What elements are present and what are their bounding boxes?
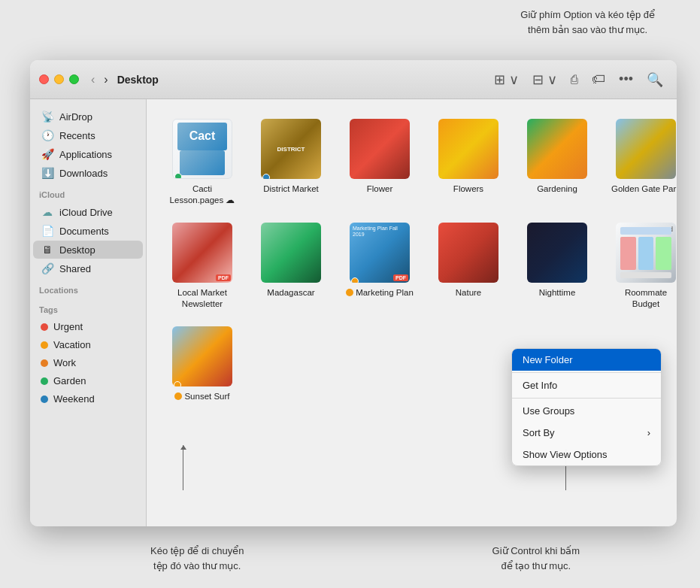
file-item-flowers[interactable]: Flowers xyxy=(428,114,509,211)
nav-buttons: ‹ › xyxy=(88,71,111,88)
context-menu-new-folder[interactable]: New Folder xyxy=(512,349,661,371)
file-item-flower[interactable]: Flower xyxy=(339,114,420,211)
share-button[interactable]: ⎙ xyxy=(566,68,583,90)
sidebar-item-airdrop[interactable]: 📡 AirDrop xyxy=(33,108,143,126)
file-item-nature[interactable]: Nature xyxy=(428,218,509,314)
file-item-madagascar[interactable]: Madagascar xyxy=(250,218,332,314)
nature-name: Nature xyxy=(456,287,482,299)
sidebar-label-documents: Documents xyxy=(59,226,109,237)
sidebar-item-downloads[interactable]: ⬇️ Downloads xyxy=(33,164,143,182)
file-item-cacti[interactable]: Cact CactiLesson.pages ☁ xyxy=(162,114,243,211)
title-bar: ‹ › Desktop ⊞ ∨ ⊟ ∨ ⎙ 🏷 ••• 🔍 xyxy=(30,60,677,99)
more-icon: ••• xyxy=(619,71,633,86)
search-button[interactable]: 🔍 xyxy=(642,68,668,91)
nature-thumb xyxy=(438,223,498,283)
sidebar-item-desktop[interactable]: 🖥 Desktop xyxy=(33,241,143,259)
sidebar-item-garden[interactable]: Garden xyxy=(33,372,143,389)
work-dot xyxy=(41,359,48,367)
roommate-thumb xyxy=(616,223,676,283)
group-icon: ⊟ ∨ xyxy=(532,72,557,87)
localmarket-name: Local MarketNewsletter xyxy=(177,287,227,310)
sidebar-item-work[interactable]: Work xyxy=(33,354,143,371)
gardening-name: Gardening xyxy=(537,183,577,195)
cacti-badge xyxy=(174,173,182,179)
traffic-lights xyxy=(39,74,79,84)
sidebar-item-documents[interactable]: 📄 Documents xyxy=(33,222,143,240)
sidebar-item-recents[interactable]: 🕐 Recents xyxy=(33,126,143,144)
sidebar: 📡 AirDrop 🕐 Recents 🚀 Applications ⬇️ Do… xyxy=(30,99,147,526)
more-button[interactable]: ••• xyxy=(614,68,638,90)
sunsetsurf-thumb xyxy=(172,326,232,386)
file-item-localmarket[interactable]: PDF Local MarketNewsletter xyxy=(162,218,243,314)
sidebar-label-downloads: Downloads xyxy=(59,168,108,179)
file-item-goldengate[interactable]: Golden Gate Park xyxy=(605,114,677,211)
sidebar-label-garden: Garden xyxy=(53,375,86,386)
forward-button[interactable]: › xyxy=(101,71,111,88)
goldengate-thumb xyxy=(616,119,676,179)
sidebar-section-locations: Locations xyxy=(30,278,146,298)
cacti-thumb: Cact xyxy=(172,119,232,179)
annotation-bottom-right: Giữ Control khi bấm để tạo thư mục. xyxy=(492,544,580,573)
close-button[interactable] xyxy=(39,74,49,84)
use-groups-label: Use Groups xyxy=(523,405,574,417)
weekend-dot xyxy=(41,396,48,403)
marketing-pdf-badge: PDF xyxy=(393,274,408,281)
file-item-marketing[interactable]: PDF Marketing Plan xyxy=(339,218,420,314)
recents-icon: 🕐 xyxy=(41,129,54,141)
minimize-button[interactable] xyxy=(54,74,64,84)
finder-window: ‹ › Desktop ⊞ ∨ ⊟ ∨ ⎙ 🏷 ••• 🔍 xyxy=(30,60,677,526)
main-content: 📡 AirDrop 🕐 Recents 🚀 Applications ⬇️ Do… xyxy=(30,99,677,526)
nighttime-thumb xyxy=(527,223,587,283)
context-menu-get-info[interactable]: Get Info xyxy=(512,374,661,396)
flower-thumb xyxy=(350,119,410,179)
sidebar-label-applications: Applications xyxy=(59,149,112,160)
new-folder-label: New Folder xyxy=(523,354,572,365)
madagascar-thumb xyxy=(261,223,321,283)
roommate-name: RoommateBudget xyxy=(625,287,667,310)
context-menu-sort-by[interactable]: Sort By › xyxy=(512,422,661,444)
context-menu-show-view-options[interactable]: Show View Options xyxy=(512,444,661,465)
shared-icon: 🔗 xyxy=(41,262,54,274)
sidebar-label-icloud-drive: iCloud Drive xyxy=(59,207,113,218)
sidebar-label-work: Work xyxy=(53,357,76,368)
file-item-nighttime[interactable]: Nighttime xyxy=(517,218,598,314)
sidebar-item-weekend[interactable]: Weekend xyxy=(33,390,143,408)
file-item-sunsetsurf[interactable]: Sunset Surf xyxy=(162,322,243,407)
search-icon: 🔍 xyxy=(647,72,663,87)
file-item-roommate[interactable]: RoommateBudget xyxy=(605,218,677,314)
show-view-options-label: Show View Options xyxy=(523,449,608,460)
sidebar-item-icloud-drive[interactable]: ☁ iCloud Drive xyxy=(33,203,143,221)
context-menu-use-groups[interactable]: Use Groups xyxy=(512,400,661,422)
sidebar-section-icloud: iCloud xyxy=(30,183,146,202)
vacation-dot xyxy=(41,341,48,349)
sidebar-label-weekend: Weekend xyxy=(53,393,95,405)
airdrop-icon: 📡 xyxy=(41,111,54,123)
downloads-icon: ⬇️ xyxy=(41,167,54,179)
nighttime-name: Nighttime xyxy=(539,287,576,299)
toolbar-actions: ⊞ ∨ ⊟ ∨ ⎙ 🏷 ••• 🔍 xyxy=(489,68,668,91)
maximize-button[interactable] xyxy=(69,74,79,84)
file-item-gardening[interactable]: Gardening xyxy=(517,114,598,211)
file-row-2: PDF Local MarketNewsletter Madagascar PD… xyxy=(162,218,662,314)
flower-name: Flower xyxy=(367,183,393,195)
district-name: District Market xyxy=(263,183,318,195)
localmarket-pdf-badge: PDF xyxy=(216,274,231,281)
urgent-dot xyxy=(41,323,48,331)
tag-button[interactable]: 🏷 xyxy=(587,68,610,90)
sidebar-item-vacation[interactable]: Vacation xyxy=(33,336,143,353)
localmarket-thumb: PDF xyxy=(172,223,232,283)
flowers-thumb xyxy=(438,119,498,179)
sidebar-label-shared: Shared xyxy=(59,263,91,274)
sidebar-item-applications[interactable]: 🚀 Applications xyxy=(33,145,143,163)
sidebar-item-urgent[interactable]: Urgent xyxy=(33,318,143,335)
group-button[interactable]: ⊟ ∨ xyxy=(528,68,562,91)
file-item-district[interactable]: District Market xyxy=(250,114,332,211)
desktop-icon: 🖥 xyxy=(41,244,54,256)
sidebar-label-airdrop: AirDrop xyxy=(59,111,92,123)
back-button[interactable]: ‹ xyxy=(88,71,98,88)
sidebar-item-shared[interactable]: 🔗 Shared xyxy=(33,259,143,277)
share-icon: ⎙ xyxy=(571,73,578,86)
sidebar-label-vacation: Vacation xyxy=(53,339,91,350)
sort-by-label: Sort By xyxy=(523,427,555,438)
view-toggle-button[interactable]: ⊞ ∨ xyxy=(489,68,523,91)
